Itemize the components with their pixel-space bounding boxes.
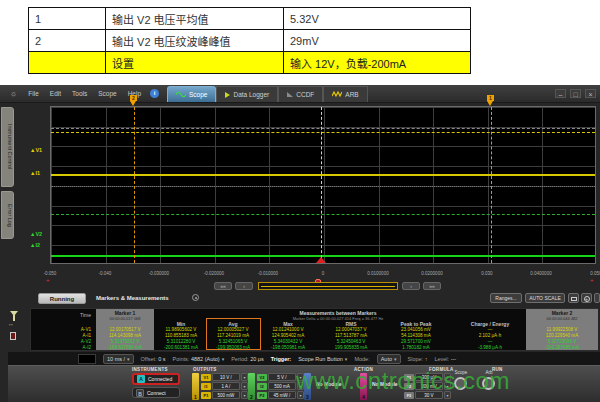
row-label: 设置: [106, 52, 284, 74]
module1-controls: V1 10 V / I1 1 A / P1 500 mW: [201, 373, 248, 399]
arb-wave-icon: [332, 91, 342, 98]
tab-ccdf[interactable]: CCDF: [278, 86, 323, 102]
x-tick: 0.050: [578, 271, 600, 276]
level-value: ---: [451, 356, 457, 362]
marker2-time: 00:00:00.044 482: [526, 316, 598, 321]
sidebar-tab-error-log[interactable]: Error Log: [1, 191, 14, 239]
waveform-plot[interactable]: [50, 106, 596, 264]
marker-line-2[interactable]: [134, 107, 135, 263]
instrument-b-button[interactable]: B Connect: [132, 387, 180, 398]
module-view-icon[interactable]: [10, 332, 16, 340]
ccdf-icon: [287, 92, 293, 97]
p1-range-value[interactable]: 500 mW: [212, 391, 240, 399]
trigger-position-icon[interactable]: [316, 257, 326, 263]
sine-icon: [176, 91, 186, 98]
collapse-circle-icon[interactable]: [192, 294, 199, 301]
row-value: 输入 12V，负载-200mA: [284, 52, 471, 74]
zoom-out-icon[interactable]: [594, 293, 600, 303]
meas-row-i2: A-I2 -198.837658 mA -200.601381 mA -199.…: [31, 345, 599, 351]
tab-data-logger[interactable]: Data Logger: [216, 86, 278, 102]
sidebar-tab-instrument-control[interactable]: Instrument Control: [1, 107, 14, 187]
zoom-in-icon[interactable]: +: [581, 293, 592, 303]
x-tick: 0.0100000: [360, 271, 396, 276]
i2-range-value[interactable]: 500 mA: [268, 382, 296, 390]
channel-label-v1[interactable]: ▲V1: [30, 147, 42, 153]
info-icon[interactable]: [150, 89, 159, 98]
col-header-ptp: Peak to Peak: [388, 321, 444, 327]
maximize-button[interactable]: □: [570, 89, 581, 98]
scroll-track[interactable]: [258, 282, 398, 290]
scroll-next-button[interactable]: ›: [402, 282, 420, 290]
timebase-bar: 10 ms / Offset: 0 s Points: 4882 (Auto) …: [8, 352, 600, 365]
scroll-first-button[interactable]: ««: [214, 282, 232, 290]
scroll-last-button[interactable]: »»: [423, 282, 441, 290]
markers-arrows-icon[interactable]: [8, 321, 14, 327]
x-tick: 0.0400000: [523, 271, 559, 276]
mode-dropdown[interactable]: Auto: [377, 354, 401, 364]
channel-label-v2[interactable]: ▲V2: [30, 231, 42, 237]
i2-tag: I2: [257, 383, 267, 390]
trace-v2: [51, 214, 595, 215]
points-label: Points:: [173, 356, 190, 362]
i1-range-value[interactable]: 1 A /: [212, 382, 240, 390]
display-settings-icon[interactable]: [568, 293, 579, 303]
x-tick: 0.0200000: [414, 271, 450, 276]
table-row: 2 输出 V2 电压纹波峰峰值 29mV: [29, 30, 471, 52]
p1-tag: P1: [201, 392, 211, 399]
app-tabs: Scope Data Logger CCDF ARB: [167, 86, 368, 102]
col-header-rms: RMS: [325, 321, 377, 327]
close-button[interactable]: ×: [585, 89, 596, 98]
watermark: www.cntronics.com: [296, 367, 510, 395]
marker-line-1[interactable]: [491, 107, 492, 263]
v2-range-value[interactable]: 5 V /: [268, 373, 296, 381]
screenshot-root: 1 输出 V2 电压平均值 5.32V 2 输出 V2 电压纹波峰峰值 29mV…: [0, 0, 600, 402]
ranges-button[interactable]: Ranges...: [490, 293, 522, 303]
tab-scope[interactable]: Scope: [167, 86, 216, 102]
trigger-marker-2-icon[interactable]: 2: [129, 95, 138, 106]
row-number: [29, 52, 106, 74]
p1-range-dropdown[interactable]: [241, 391, 248, 399]
menu-file[interactable]: File: [28, 90, 38, 97]
running-button[interactable]: Running: [38, 293, 86, 304]
i1-range-dropdown[interactable]: [241, 382, 248, 390]
slope-label: Slope:: [408, 356, 424, 362]
menu-scope[interactable]: Scope: [98, 90, 116, 97]
measurements-table: Marker 1 00:00:00.017 068 Marker 2 00:00…: [30, 308, 598, 351]
x-tick: -0.020000: [196, 271, 232, 276]
section-instruments: INSTRUMENTS: [132, 367, 168, 372]
gear-icon[interactable]: [10, 89, 17, 98]
table-row-highlighted: 设置 输入 12V，负载-200mA: [29, 52, 471, 74]
v1-range-value[interactable]: 10 V /: [212, 373, 240, 381]
scroll-prev-button[interactable]: ‹: [235, 282, 253, 290]
menu-edit[interactable]: Edit: [50, 90, 61, 97]
timebase-scale-dropdown[interactable]: 10 ms /: [103, 354, 134, 364]
points-dropdown[interactable]: 4882 (Auto): [191, 356, 224, 362]
row-label: 输出 V2 电压纹波峰峰值: [106, 30, 284, 52]
marker1-time: 00:00:00.017 068: [96, 316, 154, 321]
axis-plus-icon: [590, 277, 594, 283]
window-controls: – □ ×: [555, 89, 596, 98]
channel-label-i2[interactable]: ▲I2: [30, 242, 40, 248]
channel-label-i1[interactable]: ▲I1: [30, 170, 40, 176]
tab-arb[interactable]: ARB: [323, 86, 367, 102]
menu-tools[interactable]: Tools: [72, 90, 87, 97]
autoscale-button[interactable]: AUTO SCALE: [525, 293, 565, 303]
filter-icon[interactable]: [10, 311, 18, 316]
markers-measurements-label: Markers & Measurements: [96, 295, 169, 301]
trigger-marker-1-icon[interactable]: 1: [486, 95, 495, 106]
row-value: 5.32V: [284, 8, 471, 30]
slope-icon[interactable]: ↑: [425, 356, 428, 362]
module2-stripe: 2: [248, 373, 255, 400]
mode-label: Mode:: [354, 356, 369, 362]
channel-swatch[interactable]: [78, 354, 96, 364]
play-icon: [225, 92, 230, 98]
trigger-source-dropdown[interactable]: Scope Run Button: [298, 356, 347, 362]
instrument-a-button[interactable]: A Connected: [132, 373, 180, 385]
row-value: 29mV: [284, 30, 471, 52]
minimize-button[interactable]: –: [555, 89, 566, 98]
instrument-b-badge: B: [136, 389, 144, 397]
v1-range-dropdown[interactable]: [241, 373, 248, 381]
p2-range-value[interactable]: 45 mW /: [268, 391, 296, 399]
x-tick: -0.010000: [250, 271, 286, 276]
v2-tag: V2: [257, 374, 267, 381]
